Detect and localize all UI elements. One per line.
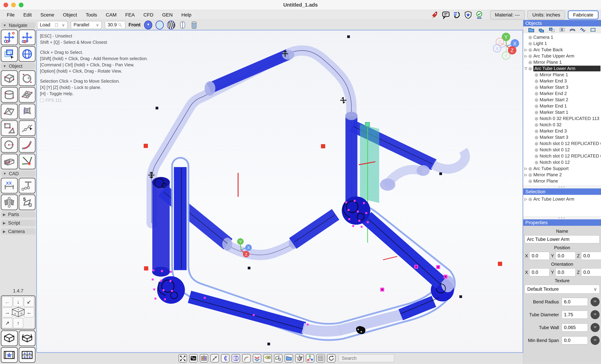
tree-item-notch-slot-0-12-replicated-63[interactable]: ◎Notch slot 0 12 REPLICATED 63 <box>523 140 601 147</box>
intersect-icon[interactable] <box>559 27 565 32</box>
cad-mirror-button[interactable] <box>1 194 18 210</box>
add-sphere-button[interactable] <box>19 70 36 86</box>
object-visibility-icon[interactable]: ◎ <box>535 135 538 140</box>
tree-item-marker-start-2[interactable]: ◎Marker Start 2 <box>523 96 601 103</box>
orientation-y-field[interactable] <box>555 268 576 276</box>
minimize-window-button[interactable] <box>11 3 16 7</box>
tree-item-marker-start-3[interactable]: ◎Marker Start 3 <box>523 84 601 90</box>
tree-item-camera-1[interactable]: ◎Camera 1 <box>523 34 601 40</box>
position-y-field[interactable] <box>555 252 576 260</box>
view-arrow-button[interactable]: ← <box>2 297 12 307</box>
tree-item-notch-slot-0-12-replicated-61[interactable]: ◎Notch slot 0 12 REPLICATED 61 <box>523 153 601 159</box>
section-cad[interactable]: ▼ CAD <box>1 171 35 177</box>
tree-item-arc-tube-back[interactable]: ▷◎Arc Tube Back <box>523 47 601 53</box>
tree-item-notch-0-32[interactable]: ◎Notch 0 32 <box>523 122 601 128</box>
tube-bend-button[interactable] <box>221 354 229 363</box>
pipe-markers-button[interactable] <box>242 354 250 363</box>
view-solid-cube-button[interactable] <box>1 330 18 346</box>
close-window-button[interactable] <box>3 3 8 7</box>
object-visibility-icon[interactable]: ◎ <box>535 147 538 152</box>
snap-axis-button[interactable] <box>210 354 219 363</box>
menu-object[interactable]: Object <box>59 12 81 18</box>
fabricate-button[interactable]: Fabricate <box>568 10 599 19</box>
fit-view-button[interactable] <box>179 354 187 363</box>
tree-item-marker-end-3[interactable]: ◎Marker End 3 <box>523 128 601 134</box>
bend-radius-stepper[interactable] <box>591 297 600 306</box>
load-dropdown[interactable]: Load ∨ <box>37 21 68 29</box>
group-icon[interactable] <box>538 27 545 32</box>
units-button[interactable]: Units: inches <box>527 10 565 19</box>
object-visibility-icon[interactable]: ◎ <box>529 48 532 52</box>
grid-toggle-button[interactable] <box>317 354 325 363</box>
object-visibility-icon[interactable]: ◎ <box>529 172 532 177</box>
fold-surfaces-button[interactable] <box>253 354 261 363</box>
object-visibility-icon[interactable]: ◎ <box>529 41 532 46</box>
shader-button[interactable]: Sh <box>189 354 198 363</box>
shield-star-icon[interactable] <box>464 11 472 19</box>
menu-cam[interactable]: CAM <box>101 12 121 18</box>
globe-orbit-tool-button[interactable] <box>19 46 36 62</box>
tube-cylinder-button[interactable] <box>232 354 240 363</box>
min-bend-span-field[interactable] <box>562 336 588 344</box>
g-code-tag-button[interactable]: G <box>263 354 272 363</box>
shaded-box-display-button[interactable] <box>144 20 153 29</box>
section-script[interactable]: ▶ Script <box>1 220 35 226</box>
position-x-field[interactable] <box>529 252 550 260</box>
view-arrow-button[interactable]: ↑ <box>13 318 23 328</box>
object-visibility-icon[interactable]: ◎ <box>535 116 538 121</box>
add-arc-bend-button[interactable] <box>19 137 36 153</box>
menu-edit[interactable]: Edit <box>19 12 36 18</box>
disclosure-triangle-icon[interactable]: ▷ <box>523 54 529 58</box>
object-visibility-icon[interactable]: ◎ <box>529 66 532 71</box>
cad-joint-button[interactable] <box>19 178 36 193</box>
tree-item-mirror-plane[interactable]: ◎Mirror Plane <box>523 178 601 184</box>
tree-item-arc-tube-upper-arm[interactable]: ▷◎Arc Tube Upper Arm <box>523 53 601 59</box>
file-folder-button[interactable] <box>285 354 293 363</box>
material-button[interactable]: Material: --- <box>490 10 525 19</box>
view-arrow-button[interactable]: ↓ <box>13 297 23 307</box>
view-arrow-button[interactable]: ↗ <box>2 318 12 328</box>
mirror-tool-button[interactable] <box>295 354 304 363</box>
zoom-window-button[interactable] <box>19 3 23 7</box>
revolve-icon[interactable] <box>580 27 586 32</box>
zoom-field[interactable]: 30.9 <box>105 21 125 29</box>
selection-item-arc-tube-lower-arm[interactable]: ▷◎Arc Tube Lower Arm <box>523 196 601 202</box>
tube-diameter-stepper[interactable] <box>591 310 600 319</box>
multi-view-button[interactable] <box>19 347 36 363</box>
spray-tool-button[interactable] <box>274 354 282 363</box>
tree-item-marker-start-3[interactable]: ◎Marker Start 3 <box>523 134 601 140</box>
tree-item-light-1[interactable]: ◎Light 1 <box>523 40 601 47</box>
add-cylinder-button[interactable] <box>1 87 18 103</box>
panel-resize-handle[interactable]: ●●● <box>523 216 601 219</box>
cad-polygon-count-button[interactable]: 5 <box>19 194 36 210</box>
render-preview-button[interactable] <box>200 354 208 363</box>
object-visibility-icon[interactable]: ◎ <box>529 197 532 201</box>
refresh-button[interactable] <box>327 354 335 363</box>
folder-icon[interactable] <box>528 27 534 32</box>
disclosure-triangle-icon[interactable]: ▷ <box>523 166 529 171</box>
object-visibility-icon[interactable]: ◎ <box>535 79 538 83</box>
texture-dropdown[interactable]: Default Texture ∨ <box>525 285 600 294</box>
object-visibility-icon[interactable]: ◎ <box>535 97 538 102</box>
object-visibility-icon[interactable]: ◎ <box>535 160 538 165</box>
object-visibility-icon[interactable]: ◎ <box>535 129 538 133</box>
menu-file[interactable]: File <box>2 12 19 18</box>
axis-gizmo[interactable]: Y X Z Z X Y <box>493 33 519 59</box>
tube-wall-stepper[interactable] <box>591 323 600 332</box>
add-lathe-mesh-button[interactable] <box>19 104 36 119</box>
section-parts[interactable]: ▶ Parts <box>1 211 35 218</box>
object-visibility-icon[interactable]: ◎ <box>535 110 538 115</box>
object-visibility-icon[interactable]: ◎ <box>535 141 538 146</box>
axis-xyz-button[interactable]: YZX <box>306 354 314 363</box>
object-visibility-icon[interactable]: ◎ <box>529 60 532 65</box>
pan-tool-button[interactable] <box>19 29 36 45</box>
disclosure-triangle-icon[interactable]: ▷ <box>523 173 529 177</box>
section-object[interactable]: ▼ Object <box>1 63 35 69</box>
nav-cube-icon[interactable] <box>11 306 26 318</box>
object-visibility-icon[interactable]: ◎ <box>529 35 532 40</box>
disclosure-triangle-icon[interactable]: ▷ <box>523 48 529 52</box>
tree-item-mirror-plane-1[interactable]: ◎Mirror Plane 1 <box>523 59 601 65</box>
tube-diameter-field[interactable] <box>562 311 588 319</box>
disclosure-triangle-icon[interactable]: ▷ <box>523 197 529 201</box>
tube-wall-field[interactable] <box>562 324 588 332</box>
